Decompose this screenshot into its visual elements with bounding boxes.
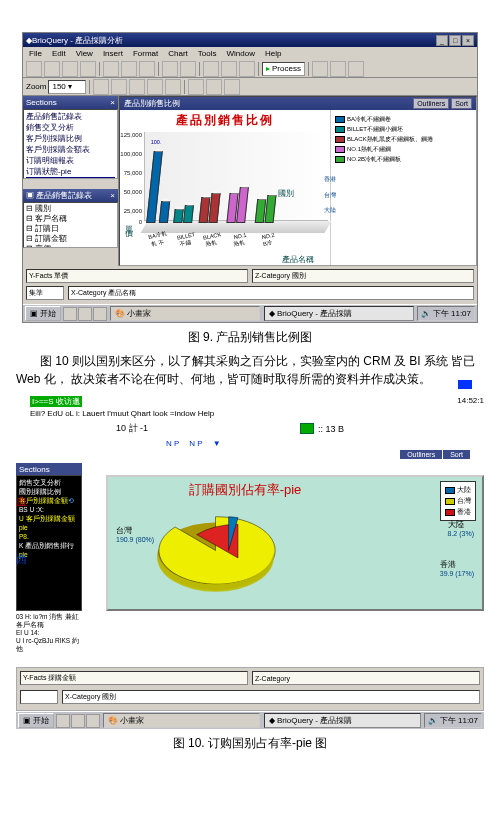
list-item[interactable]: ⊟ 訂購日 — [26, 224, 115, 234]
sections-list[interactable]: 產品銷售記錄表 銷售交叉分析 客戶別採購比例 客戶別採購金額表 订購明细報表 订… — [23, 109, 118, 179]
chart-icon[interactable] — [203, 61, 219, 77]
palette-icon[interactable] — [165, 79, 181, 95]
menu-chart[interactable]: Chart — [168, 49, 188, 58]
list-item[interactable]: BS U :X: — [19, 505, 79, 514]
palette-icon[interactable] — [111, 79, 127, 95]
list-item[interactable]: ⊟ 客戶名稱 — [26, 214, 115, 224]
palette-icon[interactable] — [129, 79, 145, 95]
print-icon[interactable] — [80, 61, 96, 77]
y-facts-drop[interactable]: Y-Facts 採購金額 — [20, 671, 248, 685]
list-item[interactable]: 客戶別採購金額表 — [26, 144, 115, 155]
font-icon[interactable] — [93, 79, 109, 95]
menu-view[interactable]: View — [76, 49, 93, 58]
zoom-combo[interactable]: 150▾ — [48, 80, 86, 94]
menu-tools[interactable]: Tools — [198, 49, 217, 58]
menu-edit[interactable]: Edit — [52, 49, 66, 58]
list-item[interactable]: 國別採購比例 — [19, 487, 79, 496]
close-icon[interactable]: × — [462, 35, 474, 46]
palette-icon[interactable] — [147, 79, 163, 95]
legend-label: BA冷軋不鏽鋼卷 — [347, 115, 391, 124]
copy-icon[interactable] — [121, 61, 137, 77]
list-item[interactable]: ⊟ 賣價 — [26, 244, 115, 248]
outliners-button[interactable]: Outliners — [413, 98, 449, 109]
quick-icon[interactable] — [86, 714, 100, 728]
legend-label: 香港 — [457, 507, 471, 517]
quick-icon[interactable] — [71, 714, 85, 728]
fig9-menubar: File Edit View Insert Format Chart Tools… — [23, 47, 477, 60]
menu-help[interactable]: Help — [265, 49, 281, 58]
fig9-chart-panel: 產品別銷售比例 Outliners Sort 產品別銷售比例 單價 125,00… — [119, 96, 477, 266]
list-item[interactable]: U 客戶別採購金額 pie — [19, 514, 79, 532]
pivot-icon[interactable] — [221, 61, 237, 77]
list-item[interactable]: ⊟ 國別 — [26, 204, 115, 214]
legend-swatch — [335, 116, 345, 123]
chevron-down-icon[interactable]: ▼ — [213, 439, 221, 448]
new-icon[interactable] — [26, 61, 42, 77]
quick-icon[interactable] — [56, 714, 70, 728]
x-category-drop[interactable]: X-Category 產品名稱 — [68, 286, 474, 300]
sort-button[interactable]: Sort — [451, 98, 472, 109]
fig10-tabs: Outliners Sort — [16, 448, 484, 461]
task-paint[interactable]: 🎨 小畫家 — [110, 306, 260, 321]
quick-icon[interactable] — [93, 307, 107, 321]
tab-outliners[interactable]: Outliners — [400, 450, 442, 459]
quick-icon[interactable] — [78, 307, 92, 321]
list-item-selected[interactable]: pie — [19, 550, 79, 559]
task-paint[interactable]: 🎨 小畫家 — [103, 713, 260, 728]
process-button[interactable]: ▸Process — [262, 62, 305, 76]
menu-format[interactable]: Format — [133, 49, 158, 58]
list-item[interactable]: 產品銷售記錄表 — [26, 111, 115, 122]
redo-icon[interactable] — [180, 61, 196, 77]
style-icon[interactable] — [348, 61, 364, 77]
start-button[interactable]: ▣ 开始 — [25, 306, 61, 321]
style-icon[interactable] — [312, 61, 328, 77]
paste-icon[interactable] — [139, 61, 155, 77]
tab-sort[interactable]: Sort — [443, 450, 470, 459]
home-icon[interactable] — [300, 423, 314, 434]
grid-icon[interactable] — [224, 79, 240, 95]
menu-window[interactable]: Window — [227, 49, 255, 58]
catalog-list[interactable]: ⊟ 國別 ⊟ 客戶名稱 ⊟ 訂購日 ⊟ 訂購金額 ⊟ 賣價 — [23, 202, 118, 248]
grid-icon[interactable] — [206, 79, 222, 95]
cut-icon[interactable] — [103, 61, 119, 77]
z-category-drop[interactable]: Z-Category — [252, 671, 480, 685]
list-item[interactable]: ⊟ 訂購金額 — [26, 234, 115, 244]
y-facts-drop[interactable]: Y-Facts 單價 — [26, 269, 248, 283]
catalog-header: ▣ 產品銷售記錄表× — [23, 189, 118, 202]
nav-prev[interactable]: N P — [166, 439, 179, 448]
menu-insert[interactable]: Insert — [103, 49, 123, 58]
quick-icon[interactable] — [63, 307, 77, 321]
minimize-icon[interactable]: _ — [436, 35, 448, 46]
save-icon[interactable] — [62, 61, 78, 77]
z-category-drop[interactable]: Z-Category 國別 — [252, 269, 474, 283]
open-icon[interactable] — [44, 61, 60, 77]
menu-file[interactable]: File — [29, 49, 42, 58]
close-icon[interactable]: × — [110, 191, 115, 200]
task-brioquery[interactable]: ◆ BrioQuery - 產品採購 — [264, 713, 421, 728]
task-brioquery[interactable]: ◆ BrioQuery - 產品採購 — [264, 306, 414, 321]
maximize-icon[interactable]: □ — [449, 35, 461, 46]
list-item[interactable]: 订購狀態-pie — [26, 166, 115, 177]
nav-next[interactable]: N P — [189, 439, 202, 448]
list-item[interactable]: 客戶別採購金額⟲ — [19, 496, 79, 505]
list-item[interactable]: K 產品別銷售排行 — [19, 541, 79, 550]
undo-icon[interactable] — [162, 61, 178, 77]
fig9-titlebar: ◆ BrioQuery - 產品採購分析 _ □ × — [23, 33, 477, 47]
list-item[interactable]: 銷售交叉分析 — [26, 122, 115, 133]
close-icon[interactable]: × — [110, 98, 115, 107]
list-item[interactable]: 銷售交叉分析 — [19, 478, 79, 487]
grid-icon[interactable] — [188, 79, 204, 95]
start-button[interactable]: ▣ 开始 — [18, 713, 54, 728]
fig10-menubar[interactable]: Eili? EdU oL i: Lauert I'muut Qhart look… — [30, 409, 484, 418]
list-item[interactable]: P8. — [19, 532, 79, 541]
fig9-workspace: Sections× 產品銷售記錄表 銷售交叉分析 客戶別採購比例 客戶別採購金額… — [23, 96, 477, 266]
list-item[interactable]: 订購明细報表 — [26, 155, 115, 166]
fig9-toolbar2: Zoom 150▾ — [23, 78, 477, 96]
report-icon[interactable] — [239, 61, 255, 77]
cluster-drop[interactable] — [20, 690, 58, 704]
x-category-drop[interactable]: X-Category 國別 — [62, 690, 480, 704]
list-item[interactable]: 客戶別採購比例 — [26, 133, 115, 144]
style-icon[interactable] — [330, 61, 346, 77]
quicklaunch — [56, 714, 100, 728]
cluster-drop[interactable]: 集準 — [26, 286, 64, 300]
